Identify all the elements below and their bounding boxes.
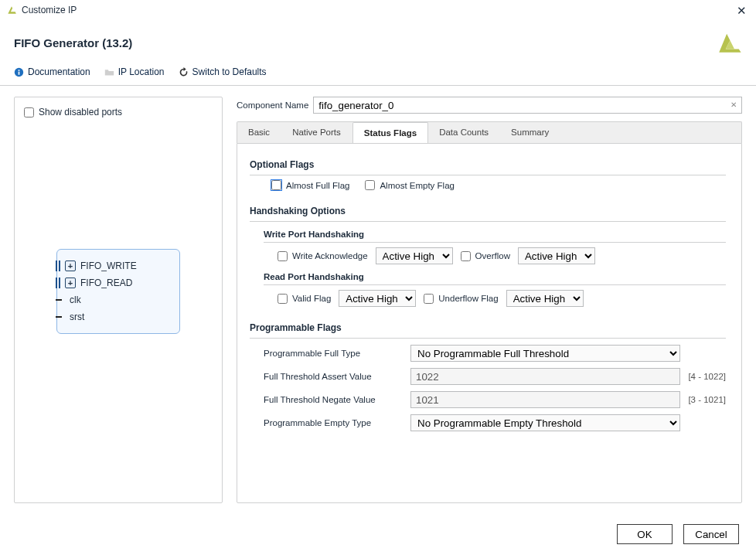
prog-empty-type-label: Programmable Empty Type (264, 418, 403, 427)
bus-icon (56, 260, 60, 271)
product-logo-icon (716, 29, 742, 56)
clear-icon[interactable]: ✕ (728, 99, 739, 110)
app-icon (6, 5, 17, 15)
info-icon (14, 67, 24, 77)
switch-defaults-label: Switch to Defaults (192, 66, 267, 77)
linkbar: Documentation IP Location Switch to Defa… (0, 63, 756, 86)
svg-rect-2 (19, 70, 20, 71)
write-ack-label: Write Acknowledge (292, 251, 368, 260)
pin-icon (56, 299, 62, 301)
ip-block-diagram: + FIFO_WRITE + FIFO_READ clk srst (24, 249, 213, 334)
port-label: clk (70, 295, 81, 305)
subsection-write-port: Write Port Handshaking (264, 230, 726, 243)
port-row[interactable]: + FIFO_WRITE (62, 257, 175, 274)
show-disabled-ports-label: Show disabled ports (39, 107, 122, 117)
full-assert-input[interactable] (410, 368, 680, 385)
port-label: FIFO_WRITE (80, 260, 137, 271)
tab-scroll-area[interactable]: Optional Flags Almost Full Flag Almost E… (245, 155, 734, 498)
section-programmable-flags: Programmable Flags Programmable Full Typ… (250, 321, 726, 431)
tab-basic[interactable]: Basic (237, 122, 281, 143)
header: FIFO Generator (13.2) (0, 19, 756, 63)
prog-empty-type-select[interactable]: No Programmable Empty Threshold (410, 414, 680, 431)
tab-body: Optional Flags Almost Full Flag Almost E… (237, 143, 742, 503)
right-panel: Component Name ✕ Basic Native Ports Stat… (237, 97, 742, 503)
overflow-polarity-select[interactable]: Active High (518, 247, 595, 264)
ok-button[interactable]: OK (617, 524, 673, 544)
tab-native-ports[interactable]: Native Ports (281, 122, 352, 143)
main: Show disabled ports + FIFO_WRITE + FIFO_… (0, 86, 756, 503)
component-name-input[interactable] (313, 97, 742, 114)
almost-empty-checkbox[interactable]: Almost Empty Flag (365, 180, 455, 190)
ip-location-link[interactable]: IP Location (104, 66, 165, 77)
documentation-link[interactable]: Documentation (14, 66, 90, 77)
cancel-button[interactable]: Cancel (683, 524, 739, 544)
svg-rect-1 (19, 71, 20, 74)
window-title: Customize IP (22, 5, 77, 15)
full-negate-label: Full Threshold Negate Value (264, 395, 403, 404)
expand-icon[interactable]: + (65, 278, 76, 288)
bus-icon (56, 278, 60, 288)
write-ack-checkbox[interactable]: Write Acknowledge (278, 251, 368, 261)
full-assert-hint: [4 - 1022] (688, 372, 726, 381)
section-handshaking: Handshaking Options Write Port Handshaki… (250, 204, 726, 307)
port-row[interactable]: + FIFO_READ (62, 274, 175, 291)
valid-flag-label: Valid Flag (292, 294, 331, 303)
footer: OK Cancel (0, 513, 756, 555)
subsection-read-port: Read Port Handshaking (264, 272, 726, 285)
ip-block: + FIFO_WRITE + FIFO_READ clk srst (56, 249, 180, 334)
port-label: FIFO_READ (80, 278, 132, 288)
underflow-polarity-select[interactable]: Active High (506, 290, 584, 307)
section-optional-flags: Optional Flags Almost Full Flag Almost E… (250, 158, 726, 190)
full-negate-input[interactable] (410, 391, 680, 408)
almost-full-label: Almost Full Flag (286, 181, 349, 190)
prog-full-type-label: Programmable Full Type (264, 349, 403, 358)
refresh-icon (179, 67, 189, 77)
underflow-checkbox[interactable]: Underflow Flag (424, 294, 498, 304)
port-row[interactable]: clk (62, 291, 175, 308)
full-assert-label: Full Threshold Assert Value (264, 372, 403, 381)
overflow-label: Overflow (475, 251, 510, 260)
close-icon[interactable]: ✕ (734, 3, 750, 18)
port-row[interactable]: srst (62, 308, 175, 325)
prog-full-type-select[interactable]: No Programmable Full Threshold (410, 345, 680, 362)
documentation-label: Documentation (28, 66, 90, 77)
section-title: Optional Flags (250, 158, 726, 175)
full-negate-hint: [3 - 1021] (688, 395, 726, 404)
switch-defaults-link[interactable]: Switch to Defaults (179, 66, 267, 77)
expand-icon[interactable]: + (65, 260, 76, 271)
valid-flag-checkbox[interactable]: Valid Flag (278, 294, 331, 304)
component-name-row: Component Name ✕ (237, 97, 742, 114)
underflow-label: Underflow Flag (438, 294, 498, 303)
tab-summary[interactable]: Summary (500, 122, 560, 143)
overflow-checkbox[interactable]: Overflow (461, 251, 510, 261)
tabbar: Basic Native Ports Status Flags Data Cou… (237, 121, 742, 143)
page-title: FIFO Generator (13.2) (14, 36, 132, 49)
section-title: Programmable Flags (250, 321, 726, 339)
section-title: Handshaking Options (250, 204, 726, 222)
component-name-label: Component Name (237, 100, 308, 110)
ip-location-label: IP Location (118, 66, 165, 77)
port-label: srst (70, 312, 84, 322)
tab-status-flags[interactable]: Status Flags (352, 122, 428, 144)
left-panel: Show disabled ports + FIFO_WRITE + FIFO_… (14, 97, 223, 503)
show-disabled-ports-checkbox[interactable]: Show disabled ports (24, 107, 213, 117)
almost-empty-label: Almost Empty Flag (380, 181, 455, 190)
pin-icon (56, 316, 62, 318)
write-ack-polarity-select[interactable]: Active High (376, 247, 453, 264)
tab-data-counts[interactable]: Data Counts (428, 122, 500, 143)
almost-full-checkbox[interactable]: Almost Full Flag (271, 180, 349, 190)
titlebar: Customize IP ✕ (0, 0, 756, 19)
valid-polarity-select[interactable]: Active High (339, 290, 416, 307)
folder-icon (104, 67, 114, 77)
